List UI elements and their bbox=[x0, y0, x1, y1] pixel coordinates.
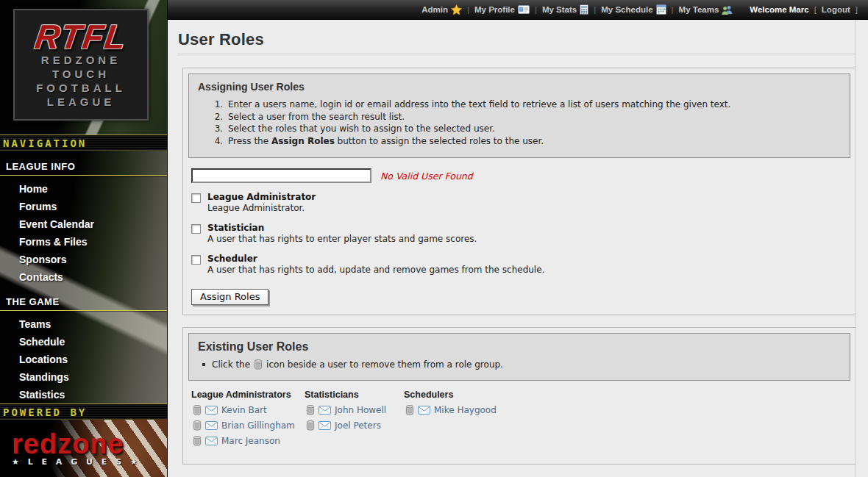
topbar-label: My Stats bbox=[542, 5, 577, 14]
section-divider bbox=[0, 175, 167, 176]
sidebar-item-forms-files[interactable]: Forms & Files bbox=[0, 233, 167, 251]
trash-icon[interactable] bbox=[193, 405, 202, 415]
step-text: Press the bbox=[228, 136, 271, 146]
sidebar-item-schedule[interactable]: Schedule bbox=[0, 333, 167, 351]
user-link[interactable]: John Howell bbox=[335, 405, 386, 415]
topbar-separator: | bbox=[535, 5, 537, 14]
redzone-logo-name: redzone bbox=[12, 431, 167, 457]
email-icon[interactable] bbox=[205, 421, 218, 430]
role-option-scheduler: Scheduler A user that has rights to add,… bbox=[191, 254, 850, 276]
user-link[interactable]: Kevin Bart bbox=[221, 405, 267, 415]
group-schedulers: Schedulers Mike Haygood bbox=[404, 390, 497, 451]
instruction-step: Select the roles that you wish to assign… bbox=[226, 123, 841, 135]
user-search-input[interactable] bbox=[191, 168, 371, 183]
topbar-separator: | bbox=[467, 5, 469, 14]
sidebar-field-background: RTFL REDZONE TOUCH FOOTBALL LEAGUE bbox=[0, 0, 167, 135]
hint-text: icon beside a user to remove them from a… bbox=[266, 359, 503, 370]
topbar-item-my-profile[interactable]: My Profile bbox=[474, 5, 530, 14]
no-valid-user-message: No Valid User Found bbox=[380, 171, 473, 182]
role-groups: League Administrators Kevin Bart Brian G… bbox=[188, 381, 850, 459]
role-description: League Administrator. bbox=[207, 203, 316, 214]
email-icon[interactable] bbox=[319, 421, 331, 430]
redzone-leagues-logo[interactable]: redzone ★ L E A G U E S ★ bbox=[0, 420, 167, 477]
role-description: A user that has rights to enter player s… bbox=[207, 234, 477, 245]
title-divider bbox=[177, 54, 855, 54]
user-row: Brian Gillingham bbox=[193, 420, 305, 431]
trash-icon[interactable] bbox=[405, 405, 414, 415]
group-league-administrators: League Administrators Kevin Bart Brian G… bbox=[191, 390, 305, 451]
role-text: League Administrator League Administrato… bbox=[207, 192, 316, 214]
hint-text: Click the bbox=[212, 359, 250, 370]
assign-roles-button[interactable]: Assign Roles bbox=[191, 289, 268, 305]
sidebar-item-standings[interactable]: Standings bbox=[0, 368, 167, 386]
email-icon[interactable] bbox=[205, 406, 218, 415]
user-row: John Howell bbox=[306, 405, 404, 415]
sidebar-item-sponsors[interactable]: Sponsors bbox=[0, 251, 167, 268]
rtfl-logo-line: TOUCH bbox=[52, 67, 110, 81]
trash-icon[interactable] bbox=[193, 436, 202, 446]
email-icon[interactable] bbox=[418, 406, 430, 415]
logout-link[interactable]: Logout bbox=[822, 5, 850, 14]
group-statisticians: Statisticians John Howell Joel Peters bbox=[305, 390, 404, 451]
section-title-the-game: THE GAME bbox=[0, 293, 167, 310]
sidebar-item-statistics[interactable]: Statistics bbox=[0, 386, 167, 404]
sidebar-menu: LEAGUE INFO Home Forums Event Calendar F… bbox=[0, 151, 167, 404]
email-icon[interactable] bbox=[205, 437, 218, 445]
bullet-icon bbox=[202, 363, 205, 366]
redzone-logo-subtitle: ★ L E A G U E S ★ bbox=[12, 457, 167, 467]
logout-bracket: [ bbox=[814, 5, 817, 14]
topbar-item-my-stats[interactable]: My Stats bbox=[542, 4, 588, 15]
trash-icon[interactable] bbox=[306, 420, 315, 431]
topbar-label: My Teams bbox=[679, 5, 719, 14]
topbar-item-admin[interactable]: Admin bbox=[421, 4, 462, 15]
user-link[interactable]: Brian Gillingham bbox=[221, 420, 295, 431]
vcard-icon bbox=[518, 5, 530, 14]
user-link[interactable]: Mike Haygood bbox=[434, 405, 497, 415]
topbar-label: Admin bbox=[421, 5, 448, 14]
user-search-row: No Valid User Found bbox=[191, 168, 850, 183]
topbar-item-my-teams[interactable]: My Teams bbox=[679, 5, 733, 15]
rtfl-logo-acronym: RTFL bbox=[33, 21, 129, 53]
sidebar: RTFL REDZONE TOUCH FOOTBALL LEAGUE NAVIG… bbox=[0, 0, 168, 477]
user-row: Mike Haygood bbox=[405, 405, 497, 415]
user-row: Joel Peters bbox=[306, 420, 404, 431]
existing-panel-title: Existing User Roles bbox=[198, 340, 841, 354]
topbar-separator: | bbox=[672, 5, 674, 14]
page-title: User Roles bbox=[178, 30, 856, 49]
league-administrator-checkbox[interactable] bbox=[191, 193, 201, 203]
step-bold-text: Assign Roles bbox=[271, 136, 335, 146]
sidebar-item-forums[interactable]: Forums bbox=[0, 198, 167, 215]
topbar-item-my-schedule[interactable]: My Schedule bbox=[601, 4, 666, 15]
scheduler-checkbox[interactable] bbox=[191, 255, 201, 265]
trash-icon[interactable] bbox=[306, 405, 315, 415]
user-link[interactable]: Joel Peters bbox=[335, 420, 381, 431]
rtfl-logo[interactable]: RTFL REDZONE TOUCH FOOTBALL LEAGUE bbox=[13, 9, 149, 121]
statistician-checkbox[interactable] bbox=[191, 224, 201, 234]
sidebar-item-event-calendar[interactable]: Event Calendar bbox=[0, 215, 167, 233]
sidebar-item-locations[interactable]: Locations bbox=[0, 351, 167, 368]
role-description: A user that has rights to add, update an… bbox=[207, 265, 544, 276]
sidebar-item-contacts[interactable]: Contacts bbox=[0, 268, 167, 286]
user-row: Kevin Bart bbox=[193, 405, 305, 415]
topbar-label: My Profile bbox=[474, 5, 515, 14]
trash-icon[interactable] bbox=[193, 420, 202, 431]
sidebar-item-home[interactable]: Home bbox=[0, 180, 167, 198]
section-divider bbox=[0, 310, 167, 311]
group-icon bbox=[722, 5, 733, 15]
topbar: Admin | My Profile | My Stats | My Sched… bbox=[168, 0, 868, 20]
user-link[interactable]: Marc Jeanson bbox=[221, 436, 280, 446]
role-option-statistician: Statistician A user that has rights to e… bbox=[191, 223, 850, 245]
group-title: Schedulers bbox=[404, 390, 497, 400]
group-title: League Administrators bbox=[191, 390, 305, 400]
user-row: Marc Jeanson bbox=[193, 436, 305, 446]
section-title-league-info: LEAGUE INFO bbox=[0, 158, 167, 175]
email-icon[interactable] bbox=[319, 406, 331, 415]
content-right-border bbox=[855, 20, 856, 477]
assign-roles-instructions: Assigning User Roles Enter a users name,… bbox=[188, 73, 850, 158]
logout-bracket: ] bbox=[855, 5, 858, 14]
instruction-step: Enter a users name, login id or email ad… bbox=[226, 98, 841, 111]
sidebar-item-teams[interactable]: Teams bbox=[0, 315, 167, 333]
step-text: button to assign the selected roles to t… bbox=[335, 136, 544, 146]
remove-hint: Click the icon beside a user to remove t… bbox=[202, 359, 841, 370]
powered-by-header: POWERED BY bbox=[0, 404, 167, 420]
